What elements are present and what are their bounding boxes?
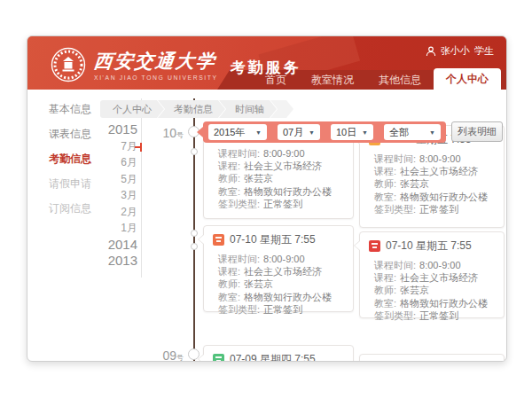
scale-entry-feb[interactable]: 2月 <box>77 204 137 221</box>
scale-entry-jan[interactable]: 1月 <box>77 220 137 237</box>
status-icon <box>213 234 224 246</box>
attendance-card-partial <box>359 354 505 362</box>
card-date-title: 07-10 星期五 7:55 <box>230 232 316 247</box>
card-date-title: 07-10 星期五 7:55 <box>386 239 472 254</box>
field-value: 张芸京 <box>400 284 429 296</box>
nav-item-classrooms[interactable]: 教室情况 <box>299 70 366 90</box>
scale-entry-jul[interactable]: 7月 <box>77 138 137 155</box>
current-month-marker <box>140 143 142 152</box>
month-dropdown-value: 07月 <box>283 126 303 139</box>
type-dropdown[interactable]: 全部 ▼ <box>384 124 441 140</box>
caret-down-icon: ▼ <box>362 129 368 136</box>
field-label: 课程时间: <box>374 259 416 271</box>
day-unit: 号 <box>176 131 184 139</box>
main-nav: 首页 教室情况 其他信息 个人中心 <box>253 70 501 90</box>
field-value: 正常签到 <box>419 309 458 322</box>
app-header: 西安交通大学 XI'AN JIAO TONG UNIVERSITY 考勤服务 张… <box>27 36 506 90</box>
field-label: 教师: <box>374 177 396 190</box>
field-label: 课程: <box>218 265 240 278</box>
field-label: 教师: <box>218 278 240 290</box>
day-label-09: 09号 <box>152 348 184 362</box>
timeline-node <box>191 148 198 155</box>
field-value: 社会主义市场经济 <box>244 265 322 278</box>
card-date-title: 07-09 星期四 7:55 <box>230 352 316 362</box>
university-name: 西安交通大学 XI'AN JIAO TONG UNIVERSITY <box>94 49 218 81</box>
user-icon <box>426 46 436 57</box>
day-number: 10 <box>162 126 176 140</box>
filter-bar: 2015年 ▼ 07月 ▼ 10日 ▼ 全部 ▼ <box>203 121 446 143</box>
month-dropdown[interactable]: 07月 ▼ <box>278 124 320 140</box>
list-detail-button[interactable]: 列表明细 <box>451 121 503 142</box>
day-number: 09 <box>162 348 176 362</box>
caret-down-icon: ▼ <box>429 129 435 136</box>
scale-entry-jun[interactable]: 6月 <box>77 154 137 171</box>
university-name-en: XI'AN JIAO TONG UNIVERSITY <box>94 74 218 81</box>
field-label: 教室: <box>374 191 396 203</box>
day-dropdown[interactable]: 10日 ▼ <box>331 124 373 140</box>
field-label: 课程时间: <box>374 153 416 165</box>
field-value: 社会主义市场经济 <box>244 160 322 172</box>
field-value: 格物致知行政办公楼 <box>244 291 332 303</box>
breadcrumb-timeline[interactable]: 时间轴 <box>219 100 277 118</box>
field-label: 教室: <box>218 291 240 303</box>
field-value: 张芸京 <box>244 278 273 290</box>
field-label: 教师: <box>218 172 240 184</box>
field-value: 格物致知行政办公楼 <box>400 191 488 203</box>
day-dropdown-value: 10日 <box>336 126 356 139</box>
app-window: 西安交通大学 XI'AN JIAO TONG UNIVERSITY 考勤服务 张… <box>27 35 507 362</box>
university-name-cn: 西安交通大学 <box>93 49 220 74</box>
caret-down-icon: ▼ <box>255 129 262 136</box>
field-value: 张芸京 <box>400 177 429 190</box>
field-label: 课程时间: <box>218 147 260 160</box>
field-label: 课程: <box>374 165 396 177</box>
scale-entry-may[interactable]: 5月 <box>77 171 137 188</box>
breadcrumb-personal-center[interactable]: 个人中心 <box>100 100 164 118</box>
field-value: 8:00-9:00 <box>263 253 304 265</box>
field-label: 课程时间: <box>218 253 260 265</box>
attendance-card: 07-10 星期五 7:55 课程时间:8:00-9:00 课程:社会主义市场经… <box>203 225 354 312</box>
field-label: 签到类型: <box>218 198 260 210</box>
field-label: 教室: <box>374 297 396 309</box>
user-role: 学生 <box>474 44 494 58</box>
field-label: 课程: <box>374 271 396 284</box>
field-label: 签到类型: <box>374 203 416 215</box>
scale-divider <box>141 98 142 278</box>
field-value: 格物致知行政办公楼 <box>400 297 488 309</box>
university-seal-icon <box>51 47 86 82</box>
nav-item-home[interactable]: 首页 <box>253 70 299 90</box>
field-value: 正常签到 <box>419 203 458 215</box>
nav-item-other-info[interactable]: 其他信息 <box>366 70 434 90</box>
field-value: 张芸京 <box>244 172 273 184</box>
scale-entry-mar[interactable]: 3月 <box>77 187 137 204</box>
screen: 西安交通大学 XI'AN JIAO TONG UNIVERSITY 考勤服务 张… <box>0 0 532 399</box>
field-value: 8:00-9:00 <box>419 153 460 165</box>
breadcrumb-attendance-info[interactable]: 考勤信息 <box>158 100 225 118</box>
status-icon <box>213 354 224 362</box>
type-dropdown-value: 全部 <box>389 126 409 139</box>
filter-bar-pointer <box>197 127 203 137</box>
status-icon <box>369 240 380 252</box>
field-label: 课程: <box>218 160 240 172</box>
caret-down-icon: ▼ <box>309 129 315 136</box>
field-value: 8:00-9:00 <box>419 259 460 271</box>
scale-entry-2013[interactable]: 2013 <box>77 253 137 270</box>
timeline-node <box>191 243 198 250</box>
scale-entry-2015[interactable]: 2015 <box>77 121 137 138</box>
year-dropdown[interactable]: 2015年 ▼ <box>208 124 267 140</box>
scale-entry-2014[interactable]: 2014 <box>77 237 137 254</box>
timeline-scale: 2015 7月 6月 5月 3月 2月 1月 2014 2013 <box>77 121 137 270</box>
field-value: 社会主义市场经济 <box>400 165 478 177</box>
field-value: 正常签到 <box>263 303 302 316</box>
field-value: 格物致知行政办公楼 <box>244 185 332 198</box>
field-value: 8:00-9:00 <box>263 147 304 160</box>
nav-item-personal-center[interactable]: 个人中心 <box>434 68 501 90</box>
year-dropdown-value: 2015年 <box>214 126 245 139</box>
attendance-card: 07-10 星期五 7:55 课程时间:8:00-9:00 课程:社会主义市场经… <box>359 231 505 318</box>
field-label: 教师: <box>374 284 396 296</box>
day-label-10: 10号 <box>152 125 184 141</box>
day-unit: 号 <box>176 354 184 362</box>
user-name: 张小小 <box>441 44 470 58</box>
field-label: 签到类型: <box>374 309 416 322</box>
field-label: 教室: <box>218 185 240 198</box>
user-account[interactable]: 张小小 学生 <box>426 44 494 58</box>
